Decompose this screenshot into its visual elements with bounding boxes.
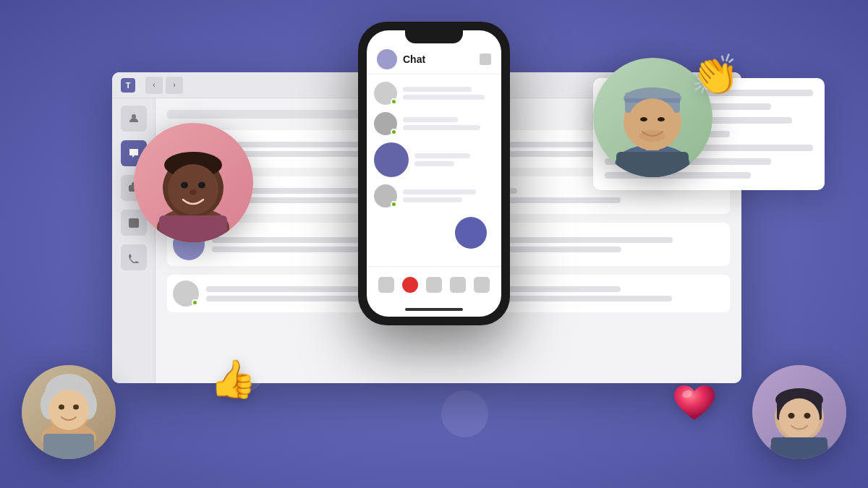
phone-avatar bbox=[377, 49, 397, 69]
svg-point-40 bbox=[788, 413, 795, 419]
person-avatar-black-man bbox=[134, 123, 253, 242]
chat-preview bbox=[403, 117, 494, 130]
phone-chat-title: Chat bbox=[403, 53, 425, 65]
back-button[interactable]: ‹ bbox=[145, 77, 163, 94]
name-line bbox=[403, 117, 458, 122]
phone-header: Chat bbox=[367, 43, 501, 74]
phone-nav-icon-1[interactable] bbox=[378, 277, 394, 293]
clapping-emoji: 👏 bbox=[691, 52, 739, 98]
sidebar-icon-1[interactable] bbox=[121, 106, 147, 132]
svg-point-10 bbox=[73, 405, 79, 410]
phone-list-item[interactable] bbox=[374, 112, 494, 135]
avatar bbox=[173, 281, 199, 307]
svg-point-8 bbox=[48, 390, 89, 430]
phone-screen: Chat bbox=[367, 30, 501, 317]
thumbs-up-emoji: 👍 bbox=[210, 357, 257, 401]
svg-point-29 bbox=[658, 117, 665, 121]
home-indicator bbox=[405, 308, 463, 311]
chat-preview bbox=[403, 189, 494, 202]
avatar bbox=[374, 112, 397, 135]
phone-header-icon[interactable] bbox=[480, 53, 491, 65]
online-indicator bbox=[391, 129, 397, 135]
blob-2 bbox=[441, 390, 488, 437]
phone-nav-icon-3[interactable] bbox=[426, 277, 442, 293]
teams-logo-icon: T bbox=[121, 78, 135, 93]
svg-rect-2 bbox=[129, 218, 139, 228]
person-avatar-older-woman bbox=[22, 365, 116, 459]
chat-preview bbox=[414, 153, 494, 166]
svg-point-19 bbox=[190, 189, 197, 195]
phone-chat-list bbox=[367, 74, 501, 266]
avatar bbox=[374, 82, 397, 105]
svg-point-41 bbox=[804, 413, 811, 419]
svg-point-17 bbox=[181, 182, 188, 189]
msg-line bbox=[414, 161, 454, 166]
online-indicator bbox=[391, 98, 397, 105]
svg-point-28 bbox=[640, 117, 647, 121]
phone-nav-icon-5[interactable] bbox=[474, 277, 490, 293]
sidebar-icon-calls[interactable] bbox=[121, 244, 147, 270]
name-line bbox=[414, 153, 470, 158]
sidebar bbox=[112, 98, 156, 383]
msg-line bbox=[403, 95, 485, 100]
phone-list-item[interactable] bbox=[374, 82, 494, 105]
person-avatar-short-hair-woman bbox=[752, 365, 846, 459]
card-line bbox=[605, 172, 751, 179]
phone-list-item[interactable] bbox=[374, 184, 494, 207]
phone-list-item-large[interactable] bbox=[374, 142, 494, 177]
phone-home-bar bbox=[367, 302, 501, 317]
msg-line bbox=[403, 197, 462, 202]
phone-circle-accent bbox=[455, 217, 487, 249]
avatar-large bbox=[374, 142, 409, 177]
svg-point-9 bbox=[59, 405, 64, 410]
online-indicator bbox=[192, 299, 198, 306]
msg-line bbox=[403, 125, 480, 130]
phone-bottom-bar bbox=[367, 266, 501, 302]
phone-nav-icon-active[interactable] bbox=[402, 277, 418, 293]
phone-mockup: Chat bbox=[358, 22, 510, 325]
phone-nav-icon-4[interactable] bbox=[450, 277, 466, 293]
name-line bbox=[403, 189, 476, 194]
forward-button[interactable]: › bbox=[166, 77, 183, 94]
online-indicator bbox=[391, 201, 397, 207]
avatar bbox=[374, 184, 397, 207]
chat-preview bbox=[403, 87, 494, 100]
svg-point-18 bbox=[198, 182, 205, 189]
name-line bbox=[403, 87, 472, 92]
window-nav-buttons: ‹ › bbox=[145, 77, 183, 94]
phone-notch bbox=[405, 30, 463, 43]
heart-emoji bbox=[673, 384, 716, 432]
svg-point-39 bbox=[779, 398, 820, 439]
svg-rect-11 bbox=[43, 434, 94, 459]
